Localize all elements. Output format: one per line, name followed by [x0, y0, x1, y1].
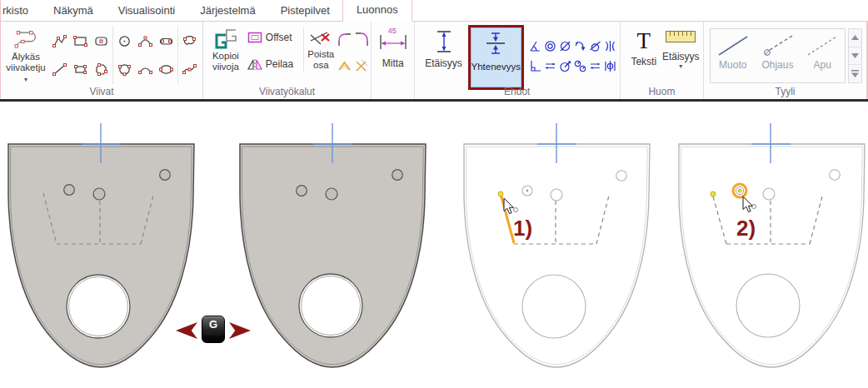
style-muoto[interactable]: Muoto: [711, 29, 756, 82]
step-2-label: 2): [736, 216, 756, 241]
coincident-constraint-label: Yhtenevyys: [471, 62, 521, 72]
draw-arc-button[interactable]: [135, 27, 156, 55]
tab-pistepilvet[interactable]: Pistepilvet: [268, 1, 342, 21]
group-viivat: Älykäs viivaketju ▾: [1, 22, 203, 99]
text-button[interactable]: T Teksti: [627, 24, 661, 85]
small-hole[interactable]: [93, 188, 105, 200]
large-hole[interactable]: [67, 275, 130, 338]
large-hole[interactable]: [522, 275, 586, 338]
trim-button[interactable]: Poista osa: [307, 24, 336, 85]
plate-wireframe-step-1[interactable]: 1): [457, 117, 657, 383]
draw-ellipse-button[interactable]: [156, 55, 177, 83]
divider: [303, 27, 304, 72]
smart-polyline-label-2: viivaketju: [6, 62, 45, 72]
draw-rectangle-filled-button[interactable]: [70, 55, 91, 83]
draw-circle-center-button[interactable]: [114, 27, 135, 55]
small-hole[interactable]: [551, 189, 562, 201]
fillet-trim-button[interactable]: [352, 27, 369, 54]
chevron-down-icon: ▾: [24, 76, 27, 83]
tab-nakyma[interactable]: Näkymä: [41, 1, 106, 21]
small-hole[interactable]: [326, 188, 337, 200]
dimension-value: 45: [388, 27, 397, 35]
constraint-tangent[interactable]: [588, 36, 603, 56]
step-1-label: 1): [513, 216, 532, 241]
gallery-scroll-up-icon[interactable]: [849, 29, 861, 47]
draw-line-button[interactable]: [49, 55, 70, 83]
offset-button[interactable]: Offset: [247, 24, 292, 51]
large-hole[interactable]: [736, 274, 800, 337]
gallery-scrollbar: [848, 28, 862, 83]
distance-constraint-button[interactable]: Etäisyys: [422, 24, 466, 85]
group-label-viivatyokalut: Viivatyökalut: [203, 86, 371, 97]
constraint-direction[interactable]: [573, 36, 588, 56]
small-hole[interactable]: [830, 170, 841, 181]
tab-luonnos[interactable]: Luonnos: [342, 0, 412, 22]
small-hole[interactable]: [763, 188, 775, 200]
draw-circle-points-button[interactable]: [114, 55, 135, 83]
coincident-constraint-button[interactable]: Yhtenevyys: [468, 25, 524, 90]
constraint-fix[interactable]: [603, 56, 618, 76]
draw-spline-button[interactable]: [179, 55, 200, 83]
mirror-button[interactable]: Peilaa: [247, 51, 293, 77]
group-label-huom: Huom: [621, 86, 703, 97]
constraint-radius[interactable]: [558, 56, 573, 76]
constraint-horizontal[interactable]: [588, 56, 603, 76]
tab-arkisto[interactable]: rkisto: [1, 1, 41, 21]
constraint-concentric[interactable]: [543, 36, 558, 56]
copy-lines-button[interactable]: Kopioi viivoja: [206, 24, 246, 85]
style-apu-label: Apu: [813, 59, 831, 71]
coincident-constraint-icon: [484, 31, 507, 56]
gallery-scroll-down-icon[interactable]: [849, 47, 861, 66]
plate-shaded-no-sketch[interactable]: [233, 117, 433, 383]
offset-label: Offset: [266, 32, 292, 43]
copy-lines-icon: [213, 27, 238, 51]
text-icon: T: [636, 29, 651, 52]
hole-center-point[interactable]: [526, 190, 528, 192]
solid-line-icon: [714, 33, 752, 58]
chamfer-button[interactable]: [336, 54, 352, 81]
dimension-label: Mitta: [382, 57, 404, 69]
draw-rectangle-button[interactable]: [70, 27, 91, 55]
chamfer-trim-button[interactable]: [352, 54, 369, 81]
distance-annotation-label: Etäisyys: [662, 51, 700, 62]
drawing-canvas[interactable]: G 1): [0, 102, 868, 388]
plate-shaded-with-sketch[interactable]: [2, 117, 202, 383]
draw-closed-spline-button[interactable]: [179, 27, 200, 55]
hole-center-point[interactable]: [738, 189, 741, 192]
constraint-diameter[interactable]: [558, 36, 573, 56]
group-ehdot: Etäisyys Yhtenevyys: [415, 22, 621, 99]
keyboard-key-g: G: [202, 316, 225, 343]
line-endpoint-marker[interactable]: [711, 192, 716, 196]
tab-jarjestelma[interactable]: Järjestelmä: [187, 1, 267, 21]
fillet-button[interactable]: [336, 27, 352, 54]
small-hole[interactable]: [160, 170, 171, 181]
line-endpoint-marker[interactable]: [498, 192, 503, 196]
dimension-button[interactable]: 45 Mitta: [377, 24, 409, 85]
constraint-equal[interactable]: [543, 56, 558, 76]
smart-polyline-button[interactable]: Älykäs viivaketju ▾: [3, 24, 48, 85]
small-hole[interactable]: [392, 170, 403, 181]
gallery-expand-icon[interactable]: [849, 65, 861, 82]
plate-wireframe-step-2[interactable]: 2): [672, 117, 868, 383]
constraint-equal-radius[interactable]: [573, 56, 588, 76]
style-ohjaus[interactable]: Ohjaus: [756, 29, 801, 82]
small-hole[interactable]: [616, 171, 627, 182]
constraint-angle[interactable]: [528, 36, 543, 56]
draw-slot-button[interactable]: [156, 27, 177, 55]
draw-polygon-button[interactable]: [91, 55, 112, 83]
distance-annotation-button[interactable]: Etäisyys ▾: [661, 24, 701, 85]
draw-rounded-rectangle-button[interactable]: [91, 27, 112, 55]
tab-visualisointi[interactable]: Visualisointi: [106, 1, 187, 21]
small-hole[interactable]: [297, 186, 307, 196]
draw-polyline-button[interactable]: [49, 27, 70, 55]
ribbon-tab-bar: rkisto Näkymä Visualisointi Järjestelmä …: [0, 0, 868, 22]
style-apu[interactable]: Apu: [800, 29, 845, 82]
draw-arc-points-button[interactable]: [135, 55, 156, 83]
group-tyyli: Muoto Ohjaus Apu: [704, 22, 866, 99]
group-huom: T Teksti Etäisyys ▾ Huom: [621, 22, 704, 99]
smart-polyline-label-1: Älykäs: [12, 52, 40, 62]
small-hole[interactable]: [64, 185, 75, 196]
constraint-perpendicular[interactable]: [528, 56, 543, 76]
large-hole[interactable]: [299, 274, 362, 337]
constraint-symmetric[interactable]: [603, 36, 618, 56]
